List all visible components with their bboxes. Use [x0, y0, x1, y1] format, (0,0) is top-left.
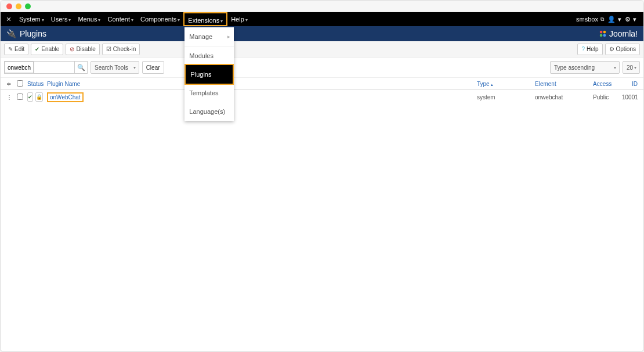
- extensions-dropdown: Manage▸ Modules Plugins Templates Langua…: [184, 27, 234, 121]
- top-menu-bar: System▾ Users▾ Menus▾ Content▾ Component…: [1, 12, 643, 26]
- action-toolbar: ✎Edit ✔Enable ⊘Disable ☑Check-in ?Help ⚙…: [1, 41, 643, 58]
- check-icon: ✔: [35, 46, 39, 52]
- svg-point-3: [603, 34, 606, 37]
- col-checkbox: [15, 80, 25, 88]
- page-title: Plugins: [20, 29, 46, 38]
- row-type: system: [475, 94, 533, 100]
- joomla-logo: Joomla!: [599, 29, 638, 38]
- gear-icon: ⚙: [609, 46, 614, 52]
- filter-bar: 🔍 Search Tools Clear Type ascending 20: [1, 58, 643, 77]
- row-order-handle[interactable]: ⋮: [4, 94, 15, 100]
- caret-down-icon: ▾: [68, 17, 71, 23]
- svg-point-0: [600, 31, 603, 34]
- clear-button[interactable]: Clear: [142, 61, 164, 74]
- col-order[interactable]: ≑: [4, 81, 15, 87]
- menu-extensions[interactable]: Extensions▾ Manage▸ Modules Plugins Temp…: [183, 12, 227, 26]
- menu-help[interactable]: Help▾: [227, 12, 251, 26]
- search-icon: 🔍: [77, 64, 85, 71]
- help-button[interactable]: ?Help: [577, 44, 602, 55]
- col-id[interactable]: ID: [620, 81, 640, 87]
- caret-down-icon: ▾: [98, 17, 100, 23]
- table-header: ≑ Status Plugin Name Type ▴ Element Acce…: [1, 77, 643, 90]
- edit-button[interactable]: ✎Edit: [4, 44, 28, 55]
- search-extra-input[interactable]: [34, 61, 75, 74]
- user-icon: 👤: [607, 16, 616, 23]
- caret-down-icon: ▾: [245, 17, 248, 23]
- dropdown-item-plugins[interactable]: Plugins: [184, 64, 234, 85]
- window-minimize-dot[interactable]: [16, 3, 21, 9]
- caret-down-icon: ▾: [42, 17, 44, 23]
- dropdown-item-languages[interactable]: Language(s): [184, 102, 234, 121]
- search-tools-button[interactable]: Search Tools: [91, 61, 139, 74]
- caret-down-icon: ▾: [178, 17, 180, 23]
- dropdown-item-modules[interactable]: Modules: [184, 46, 234, 65]
- disable-button[interactable]: ⊘Disable: [66, 44, 99, 55]
- joomla-icon[interactable]: [4, 15, 13, 24]
- settings-menu[interactable]: ⚙▾: [625, 16, 636, 23]
- pencil-icon: ✎: [8, 46, 13, 52]
- select-all-checkbox[interactable]: [17, 80, 23, 87]
- col-access[interactable]: Access: [591, 81, 620, 87]
- dropdown-item-templates[interactable]: Templates: [184, 84, 234, 102]
- caret-down-icon: ▾: [618, 16, 621, 23]
- svg-point-1: [603, 31, 606, 34]
- browser-titlebar: [1, 1, 643, 12]
- page-header: 🔌 Plugins Joomla!: [1, 26, 643, 41]
- row-element: onwebchat: [533, 94, 591, 100]
- lock-icon: 🔒: [36, 94, 42, 100]
- limit-select[interactable]: 20: [623, 61, 640, 74]
- sort-asc-icon: ▴: [491, 82, 493, 87]
- user-menu[interactable]: 👤▾: [607, 16, 621, 23]
- window-close-dot[interactable]: [6, 3, 12, 9]
- row-access: Public: [591, 94, 620, 100]
- check-icon: ✔: [28, 94, 32, 100]
- table-row: ⋮ ✔ 🔒 onWebChat system onwebchat Public …: [1, 90, 643, 104]
- caret-down-icon: ▾: [131, 17, 133, 23]
- plugin-icon: 🔌: [6, 29, 16, 38]
- col-plugin-name[interactable]: Plugin Name: [45, 81, 475, 87]
- caret-down-icon: ▾: [220, 19, 223, 24]
- col-status[interactable]: Status: [25, 81, 45, 87]
- menu-system[interactable]: System▾: [16, 12, 48, 26]
- cancel-icon: ⊘: [70, 46, 74, 52]
- sort-select[interactable]: Type ascending: [550, 61, 620, 74]
- dropdown-item-manage[interactable]: Manage▸: [184, 27, 234, 46]
- menu-users[interactable]: Users▾: [48, 12, 75, 26]
- frontend-link[interactable]: smsbox⧉: [576, 16, 604, 23]
- external-link-icon: ⧉: [600, 16, 604, 23]
- row-id: 10001: [620, 94, 640, 100]
- checked-out-badge[interactable]: 🔒: [35, 92, 43, 102]
- checkbox-icon: ☑: [106, 46, 111, 52]
- caret-down-icon: ▾: [633, 16, 636, 23]
- search-input[interactable]: [4, 61, 34, 74]
- col-element[interactable]: Element: [533, 81, 591, 87]
- search-group: 🔍: [4, 61, 88, 74]
- menu-content[interactable]: Content▾: [104, 12, 137, 26]
- svg-point-2: [600, 34, 603, 37]
- options-button[interactable]: ⚙Options: [605, 44, 640, 55]
- menu-components[interactable]: Components▾: [137, 12, 183, 26]
- col-type[interactable]: Type ▴: [475, 81, 533, 87]
- row-checkbox[interactable]: [17, 94, 23, 100]
- plugin-name-link[interactable]: onWebChat: [47, 92, 84, 102]
- window-maximize-dot[interactable]: [25, 3, 31, 9]
- chevron-right-icon: ▸: [227, 30, 230, 44]
- gear-icon: ⚙: [625, 16, 631, 23]
- checkin-button[interactable]: ☑Check-in: [102, 44, 140, 55]
- menu-menus[interactable]: Menus▾: [74, 12, 104, 26]
- browser-frame: System▾ Users▾ Menus▾ Content▾ Component…: [0, 0, 644, 352]
- search-button[interactable]: 🔍: [75, 61, 88, 74]
- status-enabled-badge[interactable]: ✔: [27, 92, 33, 102]
- question-icon: ?: [581, 46, 585, 52]
- enable-button[interactable]: ✔Enable: [31, 44, 63, 55]
